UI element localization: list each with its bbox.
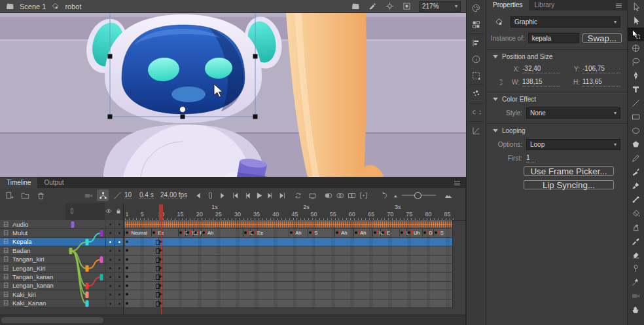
eyedropper-tool[interactable] xyxy=(628,234,644,248)
x-value[interactable]: -32,40 xyxy=(522,65,560,73)
link-width-height-icon[interactable] xyxy=(493,77,508,87)
looping-header[interactable]: Looping xyxy=(487,123,627,137)
selection-tool[interactable] xyxy=(628,0,644,14)
lasso-tool[interactable] xyxy=(628,55,644,69)
transform-panel[interactable] xyxy=(467,67,486,84)
stage-zoom-select[interactable]: 217% ▾ xyxy=(419,1,461,12)
lip-syncing-button[interactable]: Lip Syncing... xyxy=(524,180,614,189)
bone-tool[interactable] xyxy=(628,193,644,206)
frame-row-Audio[interactable] xyxy=(124,220,452,229)
clip-range-icon[interactable] xyxy=(306,189,318,201)
camera-tool[interactable] xyxy=(628,289,644,303)
paint-bucket-tool[interactable] xyxy=(628,206,644,220)
layer-item-Lengan_kanan[interactable]: Lengan_kanan xyxy=(0,282,123,290)
gradient-transform-tool[interactable] xyxy=(628,41,644,55)
frame-ruler[interactable]: 15101520253035404550556065707580851s2s3s xyxy=(124,203,465,221)
timeline-zoom-knob[interactable] xyxy=(414,192,421,199)
playhead-marker[interactable] xyxy=(159,204,163,220)
frame-span[interactable] xyxy=(125,273,453,280)
edit-symbols-icon[interactable] xyxy=(368,1,378,11)
first-value[interactable]: 1 xyxy=(526,154,535,162)
symbol-type-dropdown[interactable]: Graphic ▾ xyxy=(510,16,620,28)
timeline-scrollbar[interactable] xyxy=(0,315,465,325)
play-icon[interactable] xyxy=(253,189,264,201)
layer-visibility-toggle[interactable] xyxy=(105,229,115,237)
subselection-tool[interactable] xyxy=(628,14,644,28)
brush-library-panel[interactable] xyxy=(467,86,486,102)
onion-outline-icon[interactable] xyxy=(334,189,346,201)
layer-item-Badan[interactable]: Badan xyxy=(0,246,123,255)
layer-item-Tangan_kanan[interactable]: Tangan_kanan xyxy=(0,273,123,281)
layer-item-Kaki_Kanan[interactable]: Kaki_Kanan xyxy=(0,299,123,308)
classic-brush-tool[interactable] xyxy=(628,179,644,193)
step-forward-icon[interactable] xyxy=(216,189,228,201)
style-dropdown[interactable]: None ▾ xyxy=(526,107,620,119)
range-markers-icon[interactable] xyxy=(357,189,369,201)
layer-lock-toggle[interactable] xyxy=(115,299,124,307)
align-panel[interactable] xyxy=(467,35,486,51)
pencil-tool[interactable] xyxy=(628,151,644,165)
center-frame-icon[interactable] xyxy=(385,1,395,11)
eraser-tool[interactable] xyxy=(628,248,644,261)
new-folder-icon[interactable] xyxy=(19,189,31,201)
frame-row-Kepala[interactable] xyxy=(124,238,452,246)
layer-item-Tangan_kiri[interactable]: Tangan_kiri xyxy=(0,256,123,264)
frame-span[interactable] xyxy=(125,290,453,298)
layer-visibility-toggle[interactable] xyxy=(105,299,115,307)
layer-visibility-toggle[interactable] xyxy=(105,220,115,228)
color-effect-header[interactable]: Color Effect xyxy=(487,92,627,105)
current-frame-value[interactable]: 10 xyxy=(124,191,132,199)
next-frame-icon[interactable] xyxy=(264,189,276,201)
parent-view-icon[interactable] xyxy=(97,189,109,201)
step-back-icon[interactable] xyxy=(192,189,204,201)
prev-frame-icon[interactable] xyxy=(241,189,253,201)
frame-row-Kaki_kiri[interactable] xyxy=(124,290,452,299)
layer-lock-toggle[interactable] xyxy=(115,246,124,254)
stage-viewport[interactable] xyxy=(0,13,466,177)
layer-lock-toggle[interactable] xyxy=(115,238,124,246)
clip-bounds-icon[interactable] xyxy=(402,1,412,11)
frame-span[interactable] xyxy=(125,282,453,290)
hand-tool[interactable] xyxy=(628,303,644,316)
pen-tool[interactable] xyxy=(628,69,644,83)
polystar-tool[interactable] xyxy=(628,138,644,151)
layer-visibility-toggle[interactable] xyxy=(105,282,115,290)
frame-row-Lengan_Kiri[interactable] xyxy=(124,264,452,273)
layer-lock-toggle[interactable] xyxy=(115,256,124,263)
frame-row-Mulut[interactable]: NeutralEeDEeFAhDEeAhSAhAhMELUhDS xyxy=(124,229,452,237)
layer-item-Lengan_Kiri[interactable]: Lengan_Kiri xyxy=(0,264,123,273)
layer-lock-toggle[interactable] xyxy=(115,220,124,228)
asset-warp-tool[interactable] xyxy=(628,261,644,275)
layer-item-Kaki_kiri[interactable]: Kaki_kiri xyxy=(0,290,123,299)
hill-small-icon[interactable] xyxy=(390,189,402,201)
instance-name-field[interactable]: kepala xyxy=(528,33,579,43)
breadcrumb-symbol[interactable]: robot xyxy=(65,3,81,10)
loop-options-dropdown[interactable]: Loop ▾ xyxy=(526,139,620,150)
frame-span[interactable] xyxy=(125,299,453,307)
last-frame-icon[interactable] xyxy=(276,189,288,201)
frame-row-Tangan_kiri[interactable] xyxy=(124,256,452,264)
layer-item-Kepala[interactable]: Kepala xyxy=(0,238,123,246)
ink-bottle-tool[interactable] xyxy=(628,220,644,234)
layer-lock-toggle[interactable] xyxy=(115,229,124,237)
layer-visibility-toggle[interactable] xyxy=(105,264,115,272)
reset-zoom-icon[interactable] xyxy=(378,189,390,201)
magic-wand-tool[interactable] xyxy=(628,275,644,289)
use-frame-picker-button[interactable]: Use Frame Picker... xyxy=(524,166,614,176)
frame-rate-value[interactable]: 24.00 fps xyxy=(160,191,187,199)
first-frame-icon[interactable] xyxy=(229,189,241,201)
timeline-menu-icon[interactable] xyxy=(452,178,462,188)
layer-lock-toggle[interactable] xyxy=(115,264,124,272)
layer-visibility-toggle[interactable] xyxy=(105,256,115,263)
layer-item-Audio[interactable]: Audio xyxy=(0,220,123,229)
frame-span[interactable] xyxy=(125,264,453,272)
w-value[interactable]: 138,15 xyxy=(522,78,560,86)
motion-editor-panel[interactable] xyxy=(467,123,486,139)
layer-visibility-toggle[interactable] xyxy=(105,290,115,298)
y-value[interactable]: -106,75 xyxy=(582,65,620,73)
graph-view-icon[interactable] xyxy=(111,189,123,201)
frame-span[interactable] xyxy=(125,238,453,246)
position-size-header[interactable]: Position and Size xyxy=(487,49,627,63)
text-tool[interactable] xyxy=(628,83,644,96)
swap-button[interactable]: Swap... xyxy=(582,33,622,43)
